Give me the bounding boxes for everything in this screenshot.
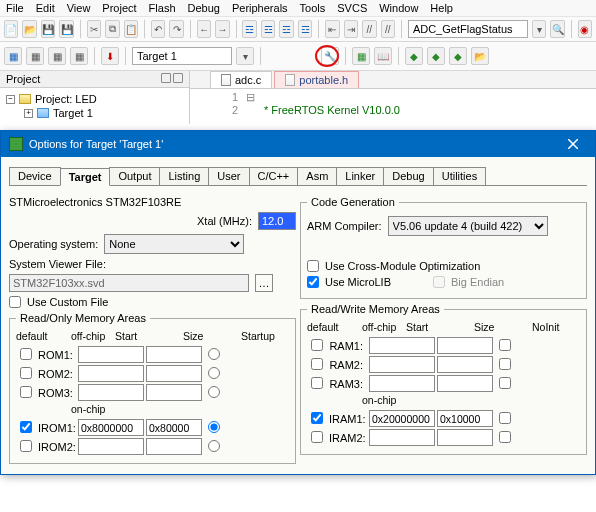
- build-target-icon[interactable]: ▦: [26, 47, 44, 65]
- bookmark-icon[interactable]: ☲: [242, 20, 256, 38]
- rebuild-icon[interactable]: ▦: [48, 47, 66, 65]
- menu-view[interactable]: View: [67, 2, 91, 14]
- open-file-icon[interactable]: 📂: [22, 20, 36, 38]
- iram2-start-input[interactable]: [369, 429, 435, 446]
- iram1-size-input[interactable]: [437, 410, 493, 427]
- ram3-default-checkbox[interactable]: [311, 377, 323, 389]
- ram3-size-input[interactable]: [437, 375, 493, 392]
- folder-icon[interactable]: 📂: [471, 47, 489, 65]
- ram2-start-input[interactable]: [369, 356, 435, 373]
- tab-cpp[interactable]: C/C++: [249, 167, 299, 185]
- cross-module-checkbox[interactable]: [307, 260, 319, 272]
- rom1-default-checkbox[interactable]: [20, 348, 32, 360]
- rom1-start-input[interactable]: [78, 346, 144, 363]
- rom3-size-input[interactable]: [146, 384, 202, 401]
- irom2-startup-radio[interactable]: [208, 440, 220, 452]
- menu-file[interactable]: File: [6, 2, 24, 14]
- new-file-icon[interactable]: 📄: [4, 20, 18, 38]
- menu-window[interactable]: Window: [379, 2, 418, 14]
- redo-icon[interactable]: ↷: [169, 20, 183, 38]
- microlib-checkbox[interactable]: [307, 276, 319, 288]
- tab-linker[interactable]: Linker: [336, 167, 384, 185]
- tab-debug[interactable]: Debug: [383, 167, 433, 185]
- irom1-size-input[interactable]: [146, 419, 202, 436]
- bookmark-clear-icon[interactable]: ☲: [298, 20, 312, 38]
- menu-flash[interactable]: Flash: [149, 2, 176, 14]
- ram1-size-input[interactable]: [437, 337, 493, 354]
- paste-icon[interactable]: 📋: [124, 20, 138, 38]
- rom2-size-input[interactable]: [146, 365, 202, 382]
- tab-user[interactable]: User: [208, 167, 249, 185]
- iram2-noinit-checkbox[interactable]: [499, 431, 511, 443]
- tab-utilities[interactable]: Utilities: [433, 167, 486, 185]
- iram2-size-input[interactable]: [437, 429, 493, 446]
- irom2-start-input[interactable]: [78, 438, 144, 455]
- menu-debug[interactable]: Debug: [188, 2, 220, 14]
- menu-tools[interactable]: Tools: [300, 2, 326, 14]
- green-diamond2-icon[interactable]: ◆: [427, 47, 445, 65]
- tab-device[interactable]: Device: [9, 167, 61, 185]
- batch-build-icon[interactable]: ▦: [70, 47, 88, 65]
- irom1-start-input[interactable]: [78, 419, 144, 436]
- ram2-size-input[interactable]: [437, 356, 493, 373]
- debug-icon[interactable]: ◉: [578, 20, 592, 38]
- fold-icon[interactable]: ⊟: [246, 91, 256, 104]
- indent-left-icon[interactable]: ⇤: [325, 20, 339, 38]
- arm-compiler-select[interactable]: V5.06 update 4 (build 422): [388, 216, 548, 236]
- menu-help[interactable]: Help: [430, 2, 453, 14]
- menu-svcs[interactable]: SVCS: [337, 2, 367, 14]
- iram1-noinit-checkbox[interactable]: [499, 412, 511, 424]
- rom3-start-input[interactable]: [78, 384, 144, 401]
- green-diamond-icon[interactable]: ◆: [405, 47, 423, 65]
- menu-project[interactable]: Project: [102, 2, 136, 14]
- rom2-startup-radio[interactable]: [208, 367, 220, 379]
- target-dropdown-icon[interactable]: ▾: [236, 47, 254, 65]
- find-dropdown-icon[interactable]: ▾: [532, 20, 546, 38]
- undo-icon[interactable]: ↶: [151, 20, 165, 38]
- pin-icon[interactable]: [161, 73, 171, 83]
- save-icon[interactable]: 💾: [41, 20, 55, 38]
- uncomment-icon[interactable]: //: [381, 20, 395, 38]
- ram1-noinit-checkbox[interactable]: [499, 339, 511, 351]
- tree-root-label[interactable]: Project: LED: [35, 93, 97, 105]
- xtal-input[interactable]: [258, 212, 296, 230]
- ram2-noinit-checkbox[interactable]: [499, 358, 511, 370]
- tab-portable-h[interactable]: portable.h: [274, 71, 359, 88]
- save-all-icon[interactable]: 💾: [59, 20, 73, 38]
- find-combo[interactable]: [408, 20, 528, 38]
- options-for-target-icon[interactable]: 🔧: [321, 47, 339, 65]
- menu-edit[interactable]: Edit: [36, 2, 55, 14]
- nav-fwd-icon[interactable]: →: [215, 20, 229, 38]
- close-pane-icon[interactable]: [173, 73, 183, 83]
- ram3-noinit-checkbox[interactable]: [499, 377, 511, 389]
- iram2-default-checkbox[interactable]: [311, 431, 323, 443]
- nav-back-icon[interactable]: ←: [197, 20, 211, 38]
- ram2-default-checkbox[interactable]: [311, 358, 323, 370]
- tree-expand-icon[interactable]: +: [24, 109, 33, 118]
- download-icon[interactable]: ⬇: [101, 47, 119, 65]
- code-line[interactable]: FreeRTOS Kernel V10.0.0: [264, 104, 400, 116]
- menu-peripherals[interactable]: Peripherals: [232, 2, 288, 14]
- close-button[interactable]: [559, 135, 587, 153]
- tab-listing[interactable]: Listing: [159, 167, 209, 185]
- rom2-default-checkbox[interactable]: [20, 367, 32, 379]
- rom2-start-input[interactable]: [78, 365, 144, 382]
- irom2-default-checkbox[interactable]: [20, 440, 32, 452]
- irom2-size-input[interactable]: [146, 438, 202, 455]
- svf-browse-button[interactable]: …: [255, 274, 273, 292]
- tab-asm[interactable]: Asm: [297, 167, 337, 185]
- os-select[interactable]: None: [104, 234, 244, 254]
- rom3-default-checkbox[interactable]: [20, 386, 32, 398]
- ram1-default-checkbox[interactable]: [311, 339, 323, 351]
- tab-adc-c[interactable]: adc.c: [210, 71, 272, 88]
- build-icon[interactable]: ▦: [4, 47, 22, 65]
- find-next-icon[interactable]: 🔍: [550, 20, 564, 38]
- indent-right-icon[interactable]: ⇥: [344, 20, 358, 38]
- bookmark-prev-icon[interactable]: ☲: [261, 20, 275, 38]
- target-combo[interactable]: [132, 47, 232, 65]
- manage-rte-icon[interactable]: ▦: [352, 47, 370, 65]
- ram1-start-input[interactable]: [369, 337, 435, 354]
- irom1-default-checkbox[interactable]: [20, 421, 32, 433]
- rom1-startup-radio[interactable]: [208, 348, 220, 360]
- rom1-size-input[interactable]: [146, 346, 202, 363]
